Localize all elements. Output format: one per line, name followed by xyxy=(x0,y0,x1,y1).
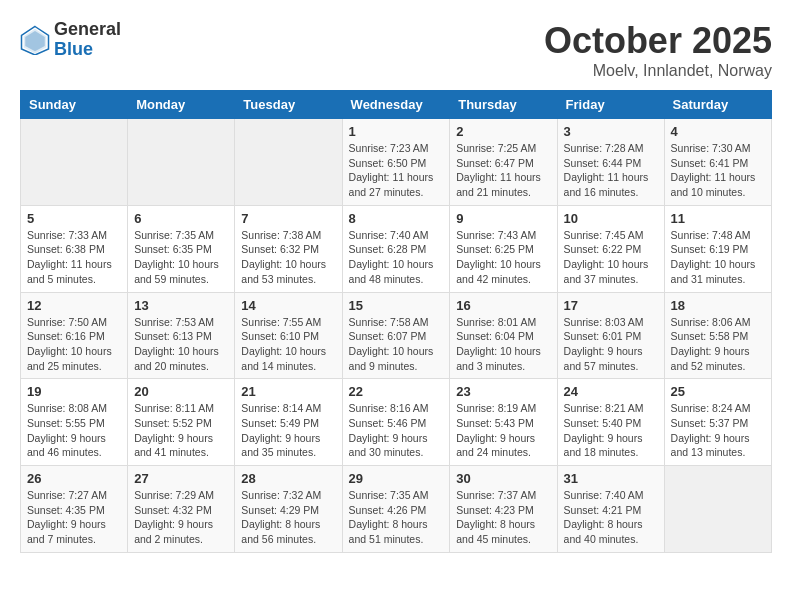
calendar-week-row: 5Sunrise: 7:33 AM Sunset: 6:38 PM Daylig… xyxy=(21,205,772,292)
calendar-cell: 3Sunrise: 7:28 AM Sunset: 6:44 PM Daylig… xyxy=(557,119,664,206)
day-info: Sunrise: 8:06 AM Sunset: 5:58 PM Dayligh… xyxy=(671,315,765,374)
day-number: 10 xyxy=(564,211,658,226)
day-number: 19 xyxy=(27,384,121,399)
weekday-header-wednesday: Wednesday xyxy=(342,91,450,119)
logo: General Blue xyxy=(20,20,121,60)
weekday-header-sunday: Sunday xyxy=(21,91,128,119)
title-section: October 2025 Moelv, Innlandet, Norway xyxy=(544,20,772,80)
calendar-cell: 25Sunrise: 8:24 AM Sunset: 5:37 PM Dayli… xyxy=(664,379,771,466)
day-info: Sunrise: 7:40 AM Sunset: 4:21 PM Dayligh… xyxy=(564,488,658,547)
day-number: 18 xyxy=(671,298,765,313)
day-number: 27 xyxy=(134,471,228,486)
day-info: Sunrise: 8:19 AM Sunset: 5:43 PM Dayligh… xyxy=(456,401,550,460)
day-number: 24 xyxy=(564,384,658,399)
weekday-header-saturday: Saturday xyxy=(664,91,771,119)
calendar-cell: 20Sunrise: 8:11 AM Sunset: 5:52 PM Dayli… xyxy=(128,379,235,466)
calendar-cell: 15Sunrise: 7:58 AM Sunset: 6:07 PM Dayli… xyxy=(342,292,450,379)
weekday-header-row: SundayMondayTuesdayWednesdayThursdayFrid… xyxy=(21,91,772,119)
calendar-cell: 5Sunrise: 7:33 AM Sunset: 6:38 PM Daylig… xyxy=(21,205,128,292)
day-number: 20 xyxy=(134,384,228,399)
calendar-cell: 11Sunrise: 7:48 AM Sunset: 6:19 PM Dayli… xyxy=(664,205,771,292)
day-info: Sunrise: 7:43 AM Sunset: 6:25 PM Dayligh… xyxy=(456,228,550,287)
calendar-cell: 26Sunrise: 7:27 AM Sunset: 4:35 PM Dayli… xyxy=(21,466,128,553)
logo-blue-text: Blue xyxy=(54,40,121,60)
day-info: Sunrise: 7:45 AM Sunset: 6:22 PM Dayligh… xyxy=(564,228,658,287)
weekday-header-thursday: Thursday xyxy=(450,91,557,119)
day-info: Sunrise: 8:21 AM Sunset: 5:40 PM Dayligh… xyxy=(564,401,658,460)
calendar-cell xyxy=(128,119,235,206)
day-number: 21 xyxy=(241,384,335,399)
day-info: Sunrise: 7:50 AM Sunset: 6:16 PM Dayligh… xyxy=(27,315,121,374)
day-number: 14 xyxy=(241,298,335,313)
day-number: 31 xyxy=(564,471,658,486)
day-info: Sunrise: 7:33 AM Sunset: 6:38 PM Dayligh… xyxy=(27,228,121,287)
calendar-cell: 24Sunrise: 8:21 AM Sunset: 5:40 PM Dayli… xyxy=(557,379,664,466)
calendar-cell: 8Sunrise: 7:40 AM Sunset: 6:28 PM Daylig… xyxy=(342,205,450,292)
day-info: Sunrise: 7:25 AM Sunset: 6:47 PM Dayligh… xyxy=(456,141,550,200)
month-title: October 2025 xyxy=(544,20,772,62)
calendar-cell: 4Sunrise: 7:30 AM Sunset: 6:41 PM Daylig… xyxy=(664,119,771,206)
day-number: 3 xyxy=(564,124,658,139)
calendar-cell: 7Sunrise: 7:38 AM Sunset: 6:32 PM Daylig… xyxy=(235,205,342,292)
day-number: 15 xyxy=(349,298,444,313)
day-info: Sunrise: 7:53 AM Sunset: 6:13 PM Dayligh… xyxy=(134,315,228,374)
day-number: 4 xyxy=(671,124,765,139)
calendar-cell: 6Sunrise: 7:35 AM Sunset: 6:35 PM Daylig… xyxy=(128,205,235,292)
calendar-cell: 30Sunrise: 7:37 AM Sunset: 4:23 PM Dayli… xyxy=(450,466,557,553)
day-info: Sunrise: 7:37 AM Sunset: 4:23 PM Dayligh… xyxy=(456,488,550,547)
calendar-cell xyxy=(21,119,128,206)
calendar-week-row: 12Sunrise: 7:50 AM Sunset: 6:16 PM Dayli… xyxy=(21,292,772,379)
weekday-header-monday: Monday xyxy=(128,91,235,119)
day-info: Sunrise: 7:32 AM Sunset: 4:29 PM Dayligh… xyxy=(241,488,335,547)
day-info: Sunrise: 7:23 AM Sunset: 6:50 PM Dayligh… xyxy=(349,141,444,200)
calendar-cell: 29Sunrise: 7:35 AM Sunset: 4:26 PM Dayli… xyxy=(342,466,450,553)
day-info: Sunrise: 7:38 AM Sunset: 6:32 PM Dayligh… xyxy=(241,228,335,287)
day-info: Sunrise: 7:55 AM Sunset: 6:10 PM Dayligh… xyxy=(241,315,335,374)
page-header: General Blue October 2025 Moelv, Innland… xyxy=(20,20,772,80)
logo-text: General Blue xyxy=(54,20,121,60)
weekday-header-friday: Friday xyxy=(557,91,664,119)
day-number: 26 xyxy=(27,471,121,486)
day-info: Sunrise: 7:40 AM Sunset: 6:28 PM Dayligh… xyxy=(349,228,444,287)
calendar-cell: 16Sunrise: 8:01 AM Sunset: 6:04 PM Dayli… xyxy=(450,292,557,379)
day-info: Sunrise: 8:03 AM Sunset: 6:01 PM Dayligh… xyxy=(564,315,658,374)
day-number: 16 xyxy=(456,298,550,313)
day-number: 23 xyxy=(456,384,550,399)
day-info: Sunrise: 8:14 AM Sunset: 5:49 PM Dayligh… xyxy=(241,401,335,460)
day-number: 17 xyxy=(564,298,658,313)
day-info: Sunrise: 7:29 AM Sunset: 4:32 PM Dayligh… xyxy=(134,488,228,547)
calendar-cell: 13Sunrise: 7:53 AM Sunset: 6:13 PM Dayli… xyxy=(128,292,235,379)
day-info: Sunrise: 7:48 AM Sunset: 6:19 PM Dayligh… xyxy=(671,228,765,287)
calendar-cell: 28Sunrise: 7:32 AM Sunset: 4:29 PM Dayli… xyxy=(235,466,342,553)
calendar-week-row: 1Sunrise: 7:23 AM Sunset: 6:50 PM Daylig… xyxy=(21,119,772,206)
calendar-cell: 21Sunrise: 8:14 AM Sunset: 5:49 PM Dayli… xyxy=(235,379,342,466)
calendar-cell xyxy=(235,119,342,206)
day-info: Sunrise: 8:24 AM Sunset: 5:37 PM Dayligh… xyxy=(671,401,765,460)
day-info: Sunrise: 7:28 AM Sunset: 6:44 PM Dayligh… xyxy=(564,141,658,200)
calendar-table: SundayMondayTuesdayWednesdayThursdayFrid… xyxy=(20,90,772,553)
day-number: 5 xyxy=(27,211,121,226)
day-number: 30 xyxy=(456,471,550,486)
day-info: Sunrise: 7:30 AM Sunset: 6:41 PM Dayligh… xyxy=(671,141,765,200)
calendar-cell: 14Sunrise: 7:55 AM Sunset: 6:10 PM Dayli… xyxy=(235,292,342,379)
day-number: 6 xyxy=(134,211,228,226)
day-number: 25 xyxy=(671,384,765,399)
calendar-cell: 23Sunrise: 8:19 AM Sunset: 5:43 PM Dayli… xyxy=(450,379,557,466)
logo-general-text: General xyxy=(54,20,121,40)
day-info: Sunrise: 8:16 AM Sunset: 5:46 PM Dayligh… xyxy=(349,401,444,460)
day-info: Sunrise: 7:35 AM Sunset: 6:35 PM Dayligh… xyxy=(134,228,228,287)
calendar-cell: 9Sunrise: 7:43 AM Sunset: 6:25 PM Daylig… xyxy=(450,205,557,292)
calendar-cell xyxy=(664,466,771,553)
calendar-cell: 10Sunrise: 7:45 AM Sunset: 6:22 PM Dayli… xyxy=(557,205,664,292)
day-number: 29 xyxy=(349,471,444,486)
day-number: 8 xyxy=(349,211,444,226)
calendar-cell: 22Sunrise: 8:16 AM Sunset: 5:46 PM Dayli… xyxy=(342,379,450,466)
calendar-cell: 2Sunrise: 7:25 AM Sunset: 6:47 PM Daylig… xyxy=(450,119,557,206)
calendar-cell: 1Sunrise: 7:23 AM Sunset: 6:50 PM Daylig… xyxy=(342,119,450,206)
day-number: 12 xyxy=(27,298,121,313)
calendar-cell: 12Sunrise: 7:50 AM Sunset: 6:16 PM Dayli… xyxy=(21,292,128,379)
day-number: 1 xyxy=(349,124,444,139)
day-info: Sunrise: 8:01 AM Sunset: 6:04 PM Dayligh… xyxy=(456,315,550,374)
calendar-week-row: 26Sunrise: 7:27 AM Sunset: 4:35 PM Dayli… xyxy=(21,466,772,553)
day-info: Sunrise: 8:08 AM Sunset: 5:55 PM Dayligh… xyxy=(27,401,121,460)
